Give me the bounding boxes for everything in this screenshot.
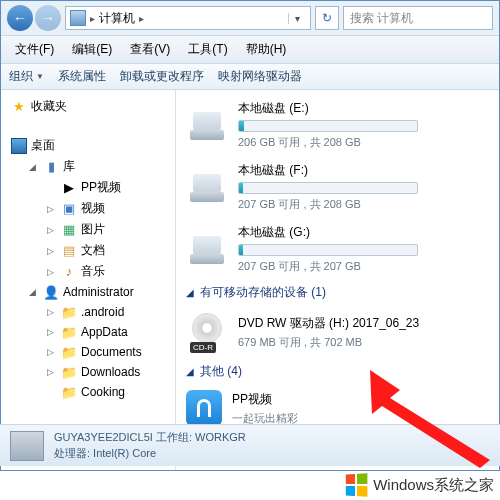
video-icon: ▶	[61, 180, 77, 196]
sidebar-libraries[interactable]: ◢▮库	[3, 156, 173, 177]
sidebar-favorites[interactable]: ★收藏夹	[3, 96, 173, 117]
menu-view[interactable]: 查看(V)	[122, 38, 178, 61]
collapse-icon[interactable]: ◢	[29, 287, 39, 297]
expand-icon[interactable]: ▷	[47, 246, 57, 256]
expand-icon[interactable]: ▷	[47, 225, 57, 235]
toolbar: 组织 ▼ 系统属性 卸载或更改程序 映射网络驱动器	[1, 64, 499, 90]
breadcrumb-label: 计算机	[99, 10, 135, 27]
organize-button[interactable]: 组织 ▼	[9, 68, 44, 85]
sidebar-item[interactable]: 📁Cooking	[3, 382, 173, 402]
address-bar: ← → ▸ 计算机 ▸ ▾ ↻ 搜索 计算机	[1, 1, 499, 35]
windows-logo-icon	[346, 473, 368, 496]
expand-icon[interactable]: ▷	[47, 327, 57, 337]
sidebar-item[interactable]: ▷📁.android	[3, 302, 173, 322]
sidebar-desktop[interactable]: 桌面	[3, 135, 173, 156]
picture-icon: ▦	[61, 222, 77, 238]
drive-stats: 206 GB 可用 , 共 208 GB	[238, 135, 489, 150]
folder-icon: 📁	[61, 344, 77, 360]
sidebar-item[interactable]: ▷📁Downloads	[3, 362, 173, 382]
document-icon: ▤	[61, 243, 77, 259]
drive-label: 本地磁盘 (G:)	[238, 224, 489, 241]
search-placeholder: 搜索 计算机	[350, 10, 413, 27]
chevron-down-icon[interactable]: ▾	[288, 13, 306, 24]
drive-stats: 679 MB 可用 , 共 702 MB	[238, 335, 489, 350]
watermark: Windows系统之家	[345, 474, 494, 496]
sidebar-item[interactable]: ▷♪音乐	[3, 261, 173, 282]
usage-bar	[238, 120, 418, 132]
system-properties-button[interactable]: 系统属性	[58, 68, 106, 85]
drive-stats: 207 GB 可用 , 共 207 GB	[238, 259, 489, 274]
star-icon: ★	[11, 99, 27, 115]
sidebar-item[interactable]: ▷▦图片	[3, 219, 173, 240]
menu-tools[interactable]: 工具(T)	[180, 38, 235, 61]
library-icon: ▮	[43, 159, 59, 175]
usage-bar	[238, 182, 418, 194]
status-bar: GUYA3YEE2DICL5I 工作组: WORKGR 处理器: Intel(R…	[0, 424, 500, 466]
uninstall-button[interactable]: 卸载或更改程序	[120, 68, 204, 85]
sidebar-item[interactable]: ▷📁Documents	[3, 342, 173, 362]
drive-item[interactable]: 本地磁盘 (F:) 207 GB 可用 , 共 208 GB	[176, 156, 499, 218]
refresh-button[interactable]: ↻	[315, 6, 339, 30]
chevron-right-icon: ▸	[139, 13, 144, 24]
menu-edit[interactable]: 编辑(E)	[64, 38, 120, 61]
chevron-down-icon: ▼	[36, 72, 44, 81]
drive-stats: 207 GB 可用 , 共 208 GB	[238, 197, 489, 212]
collapse-icon: ◢	[186, 287, 194, 298]
expand-icon[interactable]: ▷	[47, 367, 57, 377]
drive-label: DVD RW 驱动器 (H:) 2017_06_23	[238, 315, 489, 332]
search-input[interactable]: 搜索 计算机	[343, 6, 493, 30]
section-other[interactable]: ◢其他 (4)	[176, 359, 499, 384]
map-drive-button[interactable]: 映射网络驱动器	[218, 68, 302, 85]
expand-icon[interactable]: ▷	[47, 204, 57, 214]
hdd-icon	[186, 166, 228, 208]
sidebar-item[interactable]: ▶PP视频	[3, 177, 173, 198]
sidebar-item[interactable]: ▷▣视频	[3, 198, 173, 219]
menu-help[interactable]: 帮助(H)	[238, 38, 295, 61]
cd-icon: CD-R	[186, 311, 228, 353]
breadcrumb[interactable]: ▸ 计算机 ▸ ▾	[65, 6, 311, 30]
user-icon: 👤	[43, 284, 59, 300]
status-line: 处理器: Intel(R) Core	[54, 446, 246, 461]
folder-icon: 📁	[61, 324, 77, 340]
expand-icon[interactable]: ▷	[47, 307, 57, 317]
section-removable[interactable]: ◢有可移动存储的设备 (1)	[176, 280, 499, 305]
sidebar-administrator[interactable]: ◢👤Administrator	[3, 282, 173, 302]
folder-icon: 📁	[61, 304, 77, 320]
usage-bar	[238, 244, 418, 256]
status-line: GUYA3YEE2DICL5I 工作组: WORKGR	[54, 430, 246, 445]
expand-icon[interactable]: ▷	[47, 347, 57, 357]
hdd-icon	[186, 104, 228, 146]
dvd-drive-item[interactable]: CD-R DVD RW 驱动器 (H:) 2017_06_23 679 MB 可…	[176, 305, 499, 359]
collapse-icon: ◢	[186, 366, 194, 377]
hdd-icon	[186, 228, 228, 270]
app-label: PP视频	[232, 391, 489, 408]
folder-icon: 📁	[61, 364, 77, 380]
menu-file[interactable]: 文件(F)	[7, 38, 62, 61]
computer-icon	[10, 431, 44, 461]
drive-item[interactable]: 本地磁盘 (E:) 206 GB 可用 , 共 208 GB	[176, 94, 499, 156]
expand-icon[interactable]: ▷	[47, 267, 57, 277]
video-icon: ▣	[61, 201, 77, 217]
drive-label: 本地磁盘 (E:)	[238, 100, 489, 117]
main-pane: 本地磁盘 (E:) 206 GB 可用 , 共 208 GB 本地磁盘 (F:)…	[176, 90, 499, 470]
pp-app-icon	[186, 390, 222, 426]
forward-button[interactable]: →	[35, 5, 61, 31]
computer-icon	[70, 10, 86, 26]
chevron-right-icon: ▸	[90, 13, 95, 24]
sidebar-item[interactable]: ▷▤文档	[3, 240, 173, 261]
expand-icon[interactable]: ◢	[29, 162, 39, 172]
drive-item[interactable]: 本地磁盘 (G:) 207 GB 可用 , 共 207 GB	[176, 218, 499, 280]
back-button[interactable]: ←	[7, 5, 33, 31]
desktop-icon	[11, 138, 27, 154]
folder-icon: 📁	[61, 384, 77, 400]
drive-label: 本地磁盘 (F:)	[238, 162, 489, 179]
sidebar-item[interactable]: ▷📁AppData	[3, 322, 173, 342]
music-icon: ♪	[61, 264, 77, 280]
menu-bar: 文件(F) 编辑(E) 查看(V) 工具(T) 帮助(H)	[1, 35, 499, 64]
sidebar: ★收藏夹 桌面 ◢▮库 ▶PP视频 ▷▣视频 ▷▦图片 ▷▤文档 ▷♪音乐 ◢👤…	[1, 90, 176, 470]
